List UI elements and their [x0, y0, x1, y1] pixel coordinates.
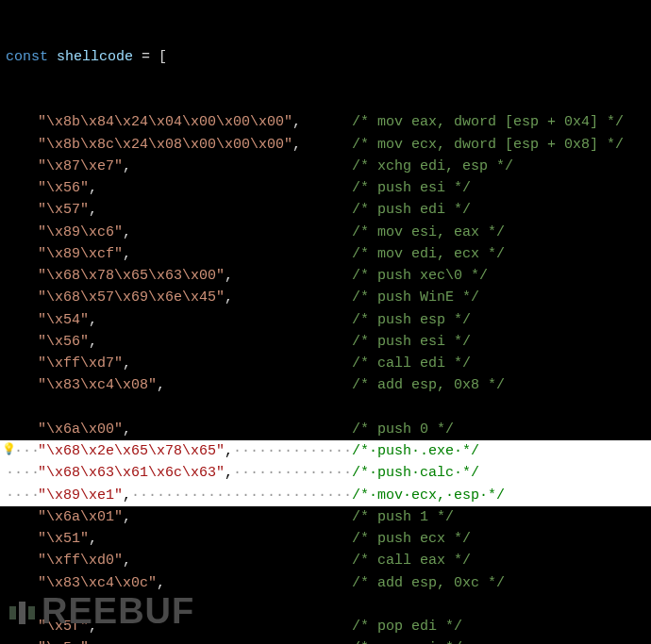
comma: , [123, 487, 131, 504]
code-line: "\x6a\x01", /* push 1 */ [0, 506, 651, 528]
indent: ···· [6, 485, 38, 506]
code-line: "\xff\xd0", /* call eax */ [0, 550, 651, 571]
comma: , [123, 421, 131, 438]
indent [6, 111, 38, 133]
code-editor: const shellcode = [ "\x8b\x84\x24\x04\x0… [0, 2, 651, 644]
indent [6, 287, 38, 308]
indent: ···· [6, 462, 38, 484]
asm-comment: /* mov edi, ecx */ [352, 246, 505, 262]
code-line: 💡····"\x68\x2e\x65\x78\x65",············… [0, 440, 651, 462]
padding [97, 180, 352, 196]
indent [6, 177, 38, 199]
comma: , [225, 465, 233, 481]
comma: , [157, 575, 165, 591]
padding: ·························· [131, 487, 352, 504]
comma: , [225, 289, 233, 305]
code-line: ····"\x68\x63\x61\x6c\x63",·············… [0, 462, 651, 484]
bytes-string: "\x87\xe7" [38, 158, 123, 174]
asm-comment: /* push 0 */ [352, 421, 454, 438]
bytes-string: "\x89\xcf" [38, 246, 123, 262]
indent [6, 616, 38, 637]
code-line: "\x83\xc4\x08", /* add esp, 0x8 */ [0, 374, 651, 396]
bytes-string: "\x68\x63\x61\x6c\x63" [38, 465, 225, 481]
indent [6, 528, 38, 550]
code-line: "\x83\xc4\x0c", /* add esp, 0xc */ [0, 572, 651, 594]
comma: , [89, 312, 97, 328]
padding [131, 224, 352, 240]
comma: , [89, 531, 97, 547]
indent [6, 374, 38, 396]
variable: shellcode [57, 49, 133, 65]
asm-comment: /* call eax */ [352, 553, 471, 569]
asm-comment: /* mov eax, dword [esp + 0x4] */ [352, 114, 624, 130]
padding [97, 531, 352, 547]
indent [6, 353, 38, 374]
code-line: "\x56", /* push esi */ [0, 177, 651, 199]
padding [97, 334, 352, 350]
comma: , [225, 443, 233, 459]
bytes-string: "\x89\xc6" [38, 224, 123, 240]
bytes-string: "\x68\x78\x65\x63\x00" [38, 268, 225, 284]
code-line [0, 397, 651, 419]
padding [131, 246, 352, 262]
code-line: ····"\x89\xe1",·························… [0, 485, 651, 506]
padding [97, 640, 352, 644]
padding [165, 575, 352, 591]
asm-comment: /*·push·.exe·*/ [352, 443, 479, 459]
bytes-string: "\x56" [38, 334, 89, 350]
comma: , [157, 377, 165, 393]
equals: = [142, 49, 150, 65]
comma: , [89, 334, 97, 350]
asm-comment: /* push xec\0 */ [352, 268, 488, 284]
code-line: "\x5e", /* pop esi */ [0, 637, 651, 644]
comma: , [123, 158, 131, 174]
comma: , [225, 268, 233, 284]
code-line: "\x56", /* push esi */ [0, 331, 651, 353]
asm-comment: /* add esp, 0xc */ [352, 575, 505, 591]
padding [131, 421, 352, 438]
asm-comment: /* call edi */ [352, 355, 471, 372]
declaration-line: const shellcode = [ [0, 46, 651, 68]
padding [131, 553, 352, 569]
indent [6, 550, 38, 571]
code-line: "\x8b\x84\x24\x04\x00\x00\x00", /* mov e… [0, 111, 651, 133]
code-line: "\x89\xcf", /* mov edi, ecx */ [0, 243, 651, 265]
comma: , [123, 553, 131, 569]
indent [6, 265, 38, 287]
code-line: "\x68\x57\x69\x6e\x45", /* push WinE */ [0, 287, 651, 308]
bytes-string: "\x57" [38, 202, 89, 218]
asm-comment: /* mov esi, eax */ [352, 224, 505, 240]
code-line: "\x54", /* push esp */ [0, 309, 651, 331]
padding [301, 114, 352, 130]
asm-comment: /* push esi */ [352, 334, 471, 350]
indent [6, 199, 38, 221]
padding [131, 509, 352, 525]
padding [233, 268, 352, 284]
code-line: "\x51", /* push ecx */ [0, 528, 651, 550]
bytes-string: "\x6a\x01" [38, 509, 123, 525]
indent [6, 331, 38, 353]
padding [97, 202, 352, 218]
indent [6, 572, 38, 594]
indent [6, 222, 38, 243]
asm-comment: /* push esi */ [352, 180, 471, 196]
comma: , [292, 114, 301, 130]
asm-comment: /* xchg edi, esp */ [352, 158, 513, 174]
padding [301, 137, 352, 153]
comma: , [123, 355, 131, 372]
bytes-string: "\x89\xe1" [38, 487, 123, 504]
padding [131, 355, 352, 372]
comma: , [89, 180, 97, 196]
padding [97, 312, 352, 328]
keyword: const [6, 49, 48, 65]
code-line: "\x89\xc6", /* mov esi, eax */ [0, 222, 651, 243]
bytes-string: "\x5f" [38, 619, 89, 635]
bytes-string: "\x5e" [38, 640, 89, 644]
code-line: "\x8b\x8c\x24\x08\x00\x00\x00", /* mov e… [0, 134, 651, 156]
code-line: "\x5f", /* pop edi */ [0, 616, 651, 637]
bytes-string: "\x83\xc4\x08" [38, 377, 157, 393]
comma: , [89, 640, 97, 644]
padding [233, 289, 352, 305]
asm-comment: /* push edi */ [352, 202, 471, 218]
padding [97, 619, 352, 635]
